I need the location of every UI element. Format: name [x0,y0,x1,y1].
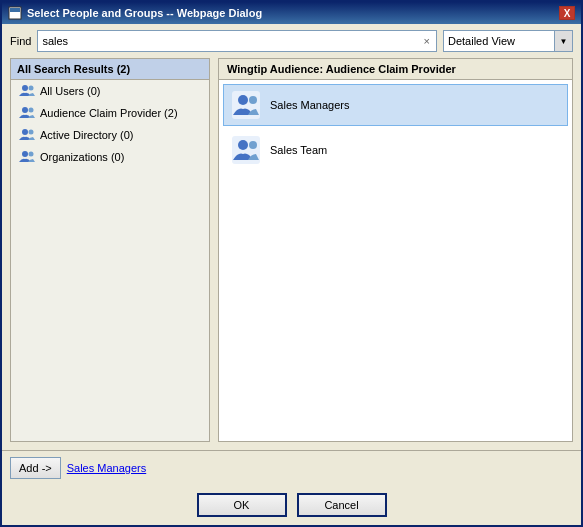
add-button[interactable]: Add -> [10,457,61,479]
organizations-icon [19,149,35,165]
svg-point-2 [22,85,28,91]
group-large-icon [230,89,262,121]
ok-button[interactable]: OK [197,493,287,517]
result-name: Sales Team [270,144,327,156]
view-select-wrapper: Detailed View Simple View ▼ [443,30,573,52]
selected-item-label: Sales Managers [67,462,147,474]
svg-rect-1 [10,8,20,12]
view-select[interactable]: Detailed View Simple View [444,31,554,51]
cancel-button[interactable]: Cancel [297,493,387,517]
search-clear-button[interactable]: × [422,35,432,47]
svg-point-3 [29,86,34,91]
left-panel: All Search Results (2) All Users (0) [10,58,210,442]
tree-item-all-users[interactable]: All Users (0) [11,80,209,102]
active-directory-icon [19,127,35,143]
svg-point-5 [29,108,34,113]
right-panel: Wingtip Audience: Audience Claim Provide… [218,58,573,442]
titlebar: Select People and Groups -- Webpage Dial… [2,2,581,24]
content-area: All Search Results (2) All Users (0) [2,58,581,450]
users-icon [19,83,35,99]
tree-item-organizations[interactable]: Organizations (0) [11,146,209,168]
find-label: Find [10,35,31,47]
svg-point-9 [29,152,34,157]
bottom-area: Add -> Sales Managers [2,450,581,485]
search-box: × [37,30,437,52]
dialog-window: Select People and Groups -- Webpage Dial… [0,0,583,527]
result-item-sales-team[interactable]: Sales Team [223,129,568,171]
right-panel-header: Wingtip Audience: Audience Claim Provide… [219,59,572,80]
tree-item-label: Organizations (0) [40,151,124,163]
left-panel-header: All Search Results (2) [11,59,209,80]
button-row: OK Cancel [2,485,581,525]
tree-item-active-directory[interactable]: Active Directory (0) [11,124,209,146]
svg-point-15 [249,141,257,149]
search-input[interactable] [42,35,421,47]
titlebar-title: Select People and Groups -- Webpage Dial… [27,7,262,19]
svg-point-6 [22,129,28,135]
tree-item-label: Audience Claim Provider (2) [40,107,178,119]
tree-item-label: Active Directory (0) [40,129,134,141]
toolbar: Find × Detailed View Simple View ▼ [2,24,581,58]
tree-item-audience-claim[interactable]: Audience Claim Provider (2) [11,102,209,124]
results-list: Sales Managers Sales Team [219,80,572,441]
audience-icon [19,105,35,121]
svg-point-7 [29,130,34,135]
close-button[interactable]: X [559,6,575,20]
group-large-icon-2 [230,134,262,166]
view-select-arrow[interactable]: ▼ [554,31,572,51]
tree-item-label: All Users (0) [40,85,101,97]
svg-point-11 [238,95,248,105]
svg-point-8 [22,151,28,157]
svg-point-14 [238,140,248,150]
result-name: Sales Managers [270,99,350,111]
svg-point-12 [249,96,257,104]
result-item-sales-managers[interactable]: Sales Managers [223,84,568,126]
window-icon [8,6,22,20]
svg-point-4 [22,107,28,113]
titlebar-left: Select People and Groups -- Webpage Dial… [8,6,262,20]
